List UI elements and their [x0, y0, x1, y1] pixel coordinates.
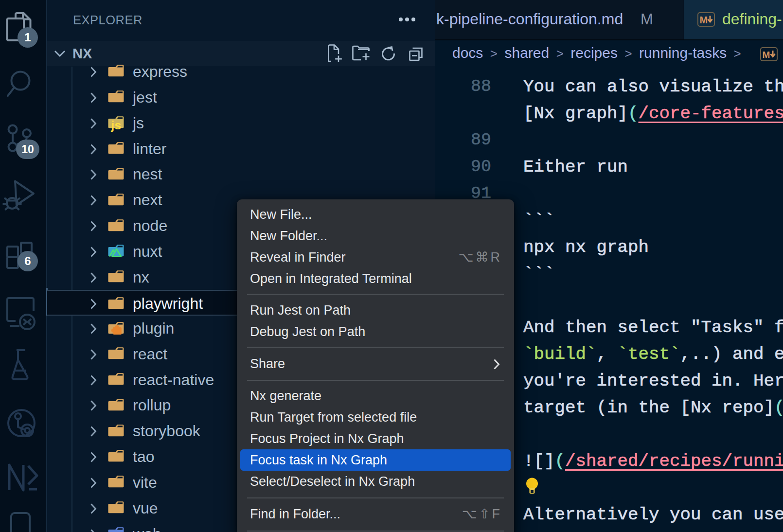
svg-text:js: js: [110, 119, 122, 132]
svg-text:M: M: [763, 50, 770, 60]
svg-text:M: M: [700, 15, 708, 25]
